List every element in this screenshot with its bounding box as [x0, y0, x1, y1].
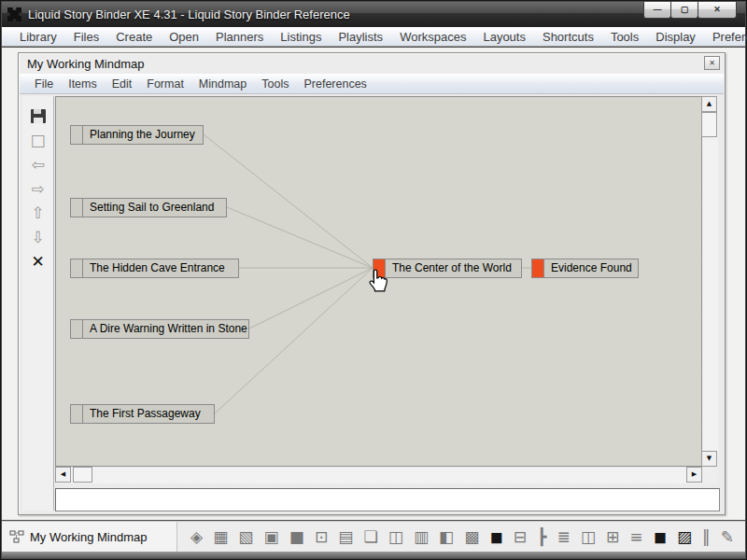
mm-menu-format[interactable]: Format — [139, 76, 191, 92]
vertical-scroll-thumb[interactable] — [701, 112, 717, 137]
mindmap-node[interactable]: A Dire Warning Written in Stone — [70, 319, 249, 339]
mindmap-node[interactable]: The First Passageway — [70, 404, 215, 424]
mindmap-tree-icon[interactable]: ┣ — [537, 527, 546, 546]
mindmap-window: My Working Mindmap ✕ File Items Edit For… — [18, 52, 726, 515]
mindmap-window-title: My Working Mindmap — [27, 57, 144, 71]
note-page-icon[interactable]: ❏ — [363, 527, 377, 546]
client-area: My Working Mindmap ✕ File Items Edit For… — [2, 48, 745, 520]
node-label: The First Passageway — [83, 405, 201, 423]
storyboard-grid-icon[interactable]: ▩ — [464, 527, 479, 546]
save-icon — [31, 109, 46, 123]
dossier-nodes-icon[interactable]: ⊡ — [315, 527, 328, 546]
scroll-up-button[interactable]: ▲ — [701, 96, 717, 112]
node-marker[interactable] — [71, 199, 83, 217]
window-controls: — ▢ ✕ — [644, 2, 737, 19]
mm-menu-tools[interactable]: Tools — [254, 76, 296, 92]
note-text-input[interactable] — [57, 490, 718, 510]
mm-menu-file[interactable]: File — [27, 76, 61, 92]
menu-open[interactable]: Open — [161, 28, 207, 46]
books-icon[interactable]: ◈ — [190, 527, 203, 546]
statusbar: My Working Mindmap ◈ ▦ ▧ ▣ ■ ⊡ ▤ ❏ ◫ ▥ ◧… — [2, 521, 745, 552]
backup-floppy-icon[interactable]: ▣ — [264, 527, 279, 546]
menu-listings[interactable]: Listings — [272, 28, 330, 46]
node-marker[interactable] — [71, 405, 83, 423]
menu-library[interactable]: Library — [11, 28, 65, 46]
scroll-left-button[interactable]: ◀ — [55, 467, 71, 483]
scroll-right-button[interactable]: ▶ — [686, 467, 702, 483]
horizontal-scrollbar[interactable]: ◀ ▶ — [55, 468, 702, 483]
mindmap-node-center[interactable]: The Center of the World — [373, 259, 522, 278]
node-label: Planning the Journey — [83, 126, 195, 144]
package-box-icon[interactable]: ▧ — [238, 527, 253, 546]
application-window: Liquid Story Binder XE 4.31 - Liquid Sto… — [0, 0, 747, 560]
picture-film-icon[interactable]: ▨ — [677, 527, 692, 546]
new-box-button[interactable]: □ — [26, 128, 50, 152]
statusbar-tab-label: My Working Mindmap — [30, 530, 147, 544]
scroll-down-button[interactable]: ▼ — [701, 451, 717, 467]
arrow-right-icon: ⇨ — [31, 179, 44, 198]
minimize-button[interactable]: — — [643, 2, 671, 19]
menu-playlists[interactable]: Playlists — [330, 28, 391, 46]
move-up-button[interactable]: ⇧ — [26, 201, 50, 225]
mindmap-close-button[interactable]: ✕ — [704, 56, 720, 70]
workspace-grid-icon[interactable]: ⊞ — [606, 527, 619, 546]
quill-pen-icon[interactable]: ✎ — [721, 527, 734, 546]
mindmap-node[interactable]: Setting Sail to Greenland — [70, 198, 227, 217]
mindmap-window-titlebar: My Working Mindmap — [20, 54, 724, 74]
horizontal-scroll-thumb[interactable] — [73, 467, 92, 483]
node-marker[interactable] — [71, 259, 83, 277]
node-label: The Hidden Cave Entrance — [83, 259, 225, 277]
planner-form-icon[interactable]: ⊟ — [514, 527, 527, 546]
move-right-button[interactable]: ⇨ — [26, 176, 50, 201]
node-marker[interactable] — [532, 259, 544, 277]
menu-display[interactable]: Display — [647, 28, 704, 46]
mindmap-tab-icon — [9, 530, 24, 543]
menu-tools[interactable]: Tools — [602, 28, 647, 46]
menu-planners[interactable]: Planners — [207, 28, 272, 46]
canvas-square-icon[interactable]: ■ — [289, 527, 304, 546]
menu-create[interactable]: Create — [107, 28, 161, 46]
menu-workspaces[interactable]: Workspaces — [391, 28, 474, 46]
outline-table-icon[interactable]: ◫ — [388, 527, 403, 546]
close-button[interactable]: ✕ — [698, 2, 737, 19]
picture-dark-icon[interactable]: ◼ — [654, 527, 667, 546]
mm-menu-edit[interactable]: Edit — [105, 76, 140, 92]
listing-lines-icon[interactable]: ≣ — [557, 527, 570, 546]
mm-menu-preferences[interactable]: Preferences — [296, 76, 374, 92]
mindmap-node[interactable]: Planning the Journey — [70, 125, 204, 145]
layout-rows-icon[interactable]: ≡ — [629, 527, 642, 546]
menu-preferences[interactable]: Preferences — [704, 28, 747, 46]
mindmap-node[interactable]: Evidence Found — [531, 259, 639, 278]
arrow-down-icon: ⇩ — [31, 228, 44, 246]
arrow-left-icon: ⇦ — [31, 155, 44, 174]
menu-files[interactable]: Files — [65, 28, 107, 46]
move-left-button[interactable]: ⇦ — [26, 152, 50, 176]
box-icon: □ — [30, 131, 45, 149]
delete-button[interactable]: ✕ — [26, 249, 50, 273]
node-marker[interactable] — [71, 126, 83, 144]
checklist-panel-icon[interactable]: ▥ — [414, 527, 429, 546]
image-dark-icon[interactable]: ◼ — [489, 527, 502, 546]
journal-document-icon[interactable]: ▤ — [338, 527, 353, 546]
delete-x-icon: ✕ — [31, 252, 44, 271]
save-button[interactable] — [26, 104, 50, 128]
playlist-columns-icon[interactable]: ◫ — [581, 527, 596, 546]
mindmap-node[interactable]: The Hidden Cave Entrance — [70, 259, 239, 278]
builder-grid-icon[interactable]: ▦ — [213, 527, 228, 546]
node-marker[interactable] — [71, 320, 83, 338]
mindmap-canvas[interactable]: Planning the Journey Setting Sail to Gre… — [55, 96, 702, 467]
vertical-scrollbar[interactable]: ▲ ▼ — [702, 96, 718, 467]
move-down-button[interactable]: ⇩ — [26, 225, 50, 249]
scrollbar-corner — [702, 468, 718, 483]
pause-bars-icon[interactable]: ‖ — [702, 527, 711, 546]
mm-menu-items[interactable]: Items — [61, 76, 105, 92]
sequence-columns-icon[interactable]: ◧ — [439, 527, 454, 546]
node-label: Setting Sail to Greenland — [83, 199, 214, 217]
mm-menu-mindmap[interactable]: Mindmap — [191, 76, 254, 92]
mindmap-tool-panel: □ ⇦ ⇨ ⇧ ⇩ ✕ — [22, 96, 54, 511]
maximize-button[interactable]: ▢ — [670, 2, 698, 19]
node-label: The Center of the World — [386, 259, 512, 277]
statusbar-tab-mindmap[interactable]: My Working Mindmap — [2, 522, 177, 552]
menu-shortcuts[interactable]: Shortcuts — [534, 28, 602, 46]
menu-layouts[interactable]: Layouts — [474, 28, 534, 46]
